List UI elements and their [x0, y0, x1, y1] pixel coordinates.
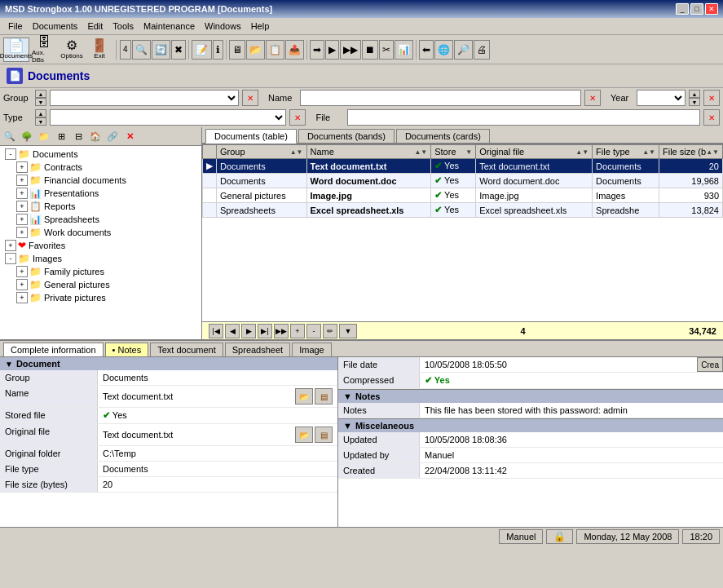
- toolbar-search-btn[interactable]: 🔍: [132, 40, 151, 60]
- tree-expander-presentations[interactable]: +: [16, 188, 28, 199]
- menu-file[interactable]: File: [3, 20, 28, 33]
- tree-expander-reports[interactable]: +: [16, 201, 28, 212]
- col-name[interactable]: Name▲▼: [306, 145, 431, 159]
- toolbar-stop-btn[interactable]: ⏹: [362, 40, 378, 60]
- toolbar-refresh-btn[interactable]: 🔄: [152, 40, 170, 60]
- table-row[interactable]: General picturesImage.jpg✔ YesImage.jpgI…: [203, 188, 723, 203]
- file-filter-clear[interactable]: ✕: [703, 109, 720, 126]
- maximize-btn[interactable]: □: [690, 3, 703, 15]
- tree-collapse-all-btn[interactable]: ⊟: [70, 128, 86, 144]
- year-filter-clear[interactable]: ✕: [703, 90, 720, 106]
- tree-item-favorites[interactable]: + ❤ Favorites: [2, 239, 200, 252]
- menu-maintenance[interactable]: Maintenance: [139, 20, 200, 33]
- tree-item-documents[interactable]: - 📁 Documents: [2, 148, 200, 161]
- close-btn[interactable]: ✕: [705, 3, 718, 15]
- toolbar-cut-btn[interactable]: ✂: [379, 40, 394, 60]
- tree-expand-all-btn[interactable]: ⊞: [53, 128, 69, 144]
- toolbar-find-btn[interactable]: 🔎: [454, 40, 473, 60]
- menu-edit[interactable]: Edit: [82, 20, 108, 33]
- toolbar-nav-btn[interactable]: ⬅: [419, 40, 434, 60]
- nav-edit-btn[interactable]: ✏: [323, 324, 337, 338]
- tree-collapse-btn[interactable]: 📁: [36, 128, 52, 144]
- info-view-btn[interactable]: ▤: [315, 427, 333, 443]
- col-original[interactable]: Original file▲▼: [476, 145, 593, 159]
- tree-filter-btn[interactable]: 🔗: [104, 128, 121, 144]
- tree-expander-work-docs[interactable]: +: [16, 227, 28, 238]
- group-arrow-down[interactable]: ▼: [35, 98, 46, 106]
- documents-toolbar-btn[interactable]: 📄 Documents: [3, 38, 29, 62]
- tree-item-private-pics[interactable]: + 📁 Private pictures: [2, 291, 200, 304]
- tree-item-general-pics[interactable]: + 📁 General pictures: [2, 278, 200, 291]
- year-filter-select[interactable]: [637, 90, 686, 106]
- tree-item-financial[interactable]: + 📁 Financial documents: [2, 174, 200, 187]
- year-arrow-down[interactable]: ▼: [689, 98, 700, 106]
- info-open-btn[interactable]: 📂: [295, 427, 313, 443]
- info-open-btn[interactable]: 📂: [295, 388, 313, 405]
- toolbar-new-btn[interactable]: 4: [120, 40, 131, 60]
- toolbar-arrow-right-btn[interactable]: ➡: [310, 40, 324, 60]
- group-filter-select[interactable]: [50, 90, 239, 106]
- toolbar-delete-btn[interactable]: ✖: [171, 40, 186, 60]
- minimize-btn[interactable]: _: [676, 3, 689, 15]
- bottom-tab-complete[interactable]: Complete information: [3, 343, 104, 356]
- auxdbs-toolbar-btn[interactable]: 🗄 Aux. DBs: [31, 38, 57, 62]
- nav-del-btn[interactable]: -: [306, 324, 321, 338]
- filedate-create-btn[interactable]: Crea: [697, 357, 723, 372]
- nav-add-btn[interactable]: +: [290, 324, 305, 338]
- bottom-tab-spreadsheet[interactable]: Spreadsheet: [225, 343, 290, 356]
- menu-tools[interactable]: Tools: [108, 20, 139, 33]
- tab-bands[interactable]: Documents (bands): [298, 129, 395, 143]
- tree-root-btn[interactable]: 🏠: [87, 128, 104, 144]
- tab-table[interactable]: Documents (table): [205, 129, 297, 144]
- toolbar-print-btn[interactable]: 🖨: [474, 40, 490, 60]
- tree-item-presentations[interactable]: + 📊 Presentations: [2, 187, 200, 200]
- table-row[interactable]: SpreadsheetsExcel spreadsheet.xls✔ YesEx…: [203, 203, 723, 218]
- tree-expander-contracts[interactable]: +: [16, 161, 28, 173]
- file-filter-input[interactable]: [347, 109, 700, 126]
- toolbar-edit-btn[interactable]: 📝: [192, 40, 212, 60]
- options-toolbar-btn[interactable]: ⚙ Options: [59, 38, 85, 62]
- tree-expander-documents[interactable]: -: [5, 148, 16, 160]
- group-arrow-up[interactable]: ▲: [35, 90, 46, 98]
- col-filetype[interactable]: File type▲▼: [593, 145, 659, 159]
- tree-item-reports[interactable]: + 📋 Reports: [2, 200, 200, 213]
- toolbar-copy-btn[interactable]: 📤: [285, 40, 304, 60]
- tree-item-spreadsheets[interactable]: + 📊 Spreadsheets: [2, 213, 200, 226]
- exit-toolbar-btn[interactable]: 🚪 Exit: [86, 38, 112, 62]
- toolbar-folder-btn[interactable]: 📋: [266, 40, 284, 60]
- tree-expander-family[interactable]: +: [16, 266, 28, 277]
- tab-cards[interactable]: Documents (cards): [396, 129, 490, 143]
- menu-documents[interactable]: Documents: [28, 20, 83, 33]
- tree-search-btn[interactable]: 🔍: [2, 128, 18, 144]
- bottom-tab-textdoc[interactable]: Text document: [150, 343, 223, 356]
- tree-item-images[interactable]: - 📁 Images: [2, 252, 200, 265]
- tree-expander-private-pics[interactable]: +: [16, 292, 28, 303]
- toolbar-monitor-btn[interactable]: 🖥: [229, 40, 245, 60]
- toolbar-play-btn[interactable]: ▶: [325, 40, 339, 60]
- nav-prev-btn[interactable]: ◀: [225, 324, 240, 338]
- toolbar-play2-btn[interactable]: ▶▶: [340, 40, 361, 60]
- name-filter-input[interactable]: [300, 90, 581, 106]
- nav-filter-btn[interactable]: ▼: [339, 324, 357, 338]
- tree-expander-spreadsheets[interactable]: +: [16, 214, 28, 225]
- col-group[interactable]: Group▲▼: [217, 145, 307, 159]
- table-row[interactable]: DocumentsWord document.doc✔ YesWord docu…: [203, 174, 723, 188]
- bottom-tab-image[interactable]: Image: [292, 343, 332, 356]
- tree-expander-general-pics[interactable]: +: [16, 279, 28, 290]
- tree-clear-btn[interactable]: ✕: [121, 128, 138, 144]
- bottom-tab-notes[interactable]: • Notes: [105, 343, 149, 356]
- name-filter-clear[interactable]: ✕: [584, 90, 601, 106]
- year-arrow-up[interactable]: ▲: [689, 90, 700, 98]
- toolbar-open-btn[interactable]: 📂: [246, 40, 265, 60]
- tree-expander-favorites[interactable]: +: [5, 240, 16, 251]
- type-filter-select[interactable]: [50, 109, 286, 126]
- col-filesize[interactable]: File size (b▲▼: [659, 145, 722, 159]
- info-view-btn[interactable]: ▤: [315, 388, 333, 405]
- tree-expander-images[interactable]: -: [5, 253, 16, 264]
- tree-expander-financial[interactable]: +: [16, 175, 28, 186]
- tree-item-contracts[interactable]: + 📁 Contracts: [2, 161, 200, 174]
- nav-first-btn[interactable]: |◀: [209, 324, 223, 338]
- table-row[interactable]: ▶DocumentsText document.txt✔ YesText doc…: [203, 159, 723, 174]
- toolbar-globe-btn[interactable]: 🌐: [434, 40, 453, 60]
- toolbar-info-btn[interactable]: ℹ: [213, 40, 223, 60]
